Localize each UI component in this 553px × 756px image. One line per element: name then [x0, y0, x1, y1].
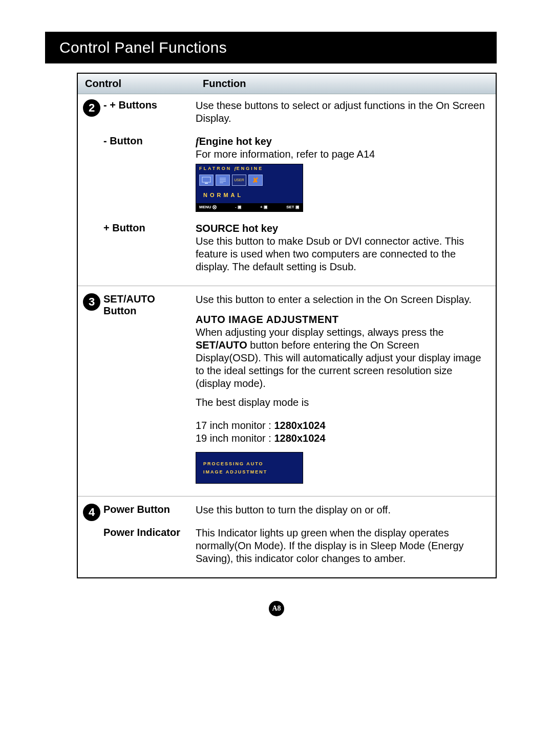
row-fengine: - Button fEngine hot key For more inform… — [78, 130, 496, 217]
osd-user-label: USER — [232, 175, 246, 186]
auto-p1a: When adjusting your display settings, al… — [196, 327, 444, 338]
fengine-engine: Engine — [199, 136, 233, 147]
fengine-f: f — [196, 136, 199, 147]
source-hotkey-desc: Use this button to make Dsub or DVI conn… — [196, 235, 464, 272]
osd-engine: ENGINE — [237, 166, 264, 171]
svg-rect-1 — [205, 183, 208, 184]
control-prefix-plus: + — [103, 222, 112, 233]
control-function-table: Control Function 2 - + Buttons Use these… — [78, 74, 496, 577]
row-power-indicator: Power Indicator This Indicator lights up… — [78, 522, 496, 570]
power-indicator-desc: This Indicator lights up green when the … — [196, 522, 496, 570]
row-number-2-icon: 2 — [83, 99, 100, 117]
osd-close-icon: ✘ — [248, 175, 263, 186]
best-mode-line: The best display mode is — [196, 396, 486, 409]
setauto-intro: Use this button to enter a selection in … — [196, 294, 472, 305]
row-number-4-icon: 4 — [83, 504, 100, 521]
processing-line2: IMAGE ADJUSTMENT — [203, 468, 297, 476]
setauto-label-l2: Button — [103, 305, 136, 316]
page-number-wrap: A8 — [0, 601, 553, 616]
power-button-label: Power Button — [103, 504, 170, 515]
osd-bottom-minus: - ▣ — [235, 205, 242, 210]
setauto-label-l1: SET/AUTO — [103, 293, 155, 305]
osd-bottom-plus: + ▣ — [260, 205, 268, 210]
osd-normal-label: NORMAL — [196, 188, 303, 203]
row-source: + Button SOURCE hot key Use this button … — [78, 217, 496, 278]
control-prefix: - + — [103, 99, 118, 111]
osd-bottom-menu: MENU ⨂ — [199, 205, 217, 210]
row-setauto: 3 SET/AUTO Button Use this button to ent… — [78, 286, 496, 489]
header-function: Function — [196, 74, 496, 94]
osd-text-icon — [216, 175, 230, 186]
osd-flatron: FLATRON — [199, 166, 231, 171]
source-hotkey-title: SOURCE hot key — [196, 223, 278, 234]
content-table-wrap: Control Function 2 - + Buttons Use these… — [77, 73, 497, 578]
page-title: Control Panel Functions — [45, 32, 497, 63]
table-header-row: Control Function — [78, 74, 496, 94]
osd-monitor-icon — [199, 175, 214, 186]
svg-rect-0 — [202, 177, 210, 182]
header-control: Control — [78, 74, 196, 94]
res17-prefix: 17 inch monitor : — [196, 420, 274, 431]
osd-processing-box: PROCESSING AUTO IMAGE ADJUSTMENT — [196, 452, 303, 484]
control-buttons-label: Buttons — [118, 99, 157, 111]
func-buttons: Use these buttons to select or adjust fu… — [196, 94, 496, 131]
page-number: A8 — [269, 601, 284, 616]
control-minus-button-label: Button — [110, 135, 142, 146]
control-prefix-minus: - — [103, 135, 110, 146]
row-buttons: 2 - + Buttons Use these buttons to selec… — [78, 94, 496, 131]
res17-value: 1280x1024 — [274, 420, 325, 431]
osd-fengine-box: FLATRON fENGINE USER ✘ NORMAL MENU ⨂ — [196, 164, 303, 212]
fengine-more-info: For more information, refer to page A14 — [196, 148, 375, 160]
row-power-button: 4 Power Button Use this button to turn t… — [78, 496, 496, 522]
power-button-desc: Use this button to turn the display on o… — [196, 496, 496, 522]
fengine-hotkey: hot key — [233, 136, 272, 147]
row-number-3-icon: 3 — [83, 293, 100, 311]
auto-bold-setauto: SET/AUTO — [196, 339, 247, 351]
res19-prefix: 19 inch monitor : — [196, 433, 274, 444]
control-plus-button-label: Button — [112, 222, 145, 233]
auto-image-header: AUTO IMAGE ADJUSTMENT — [196, 313, 486, 326]
processing-line1: PROCESSING AUTO — [203, 460, 297, 468]
res19-value: 1280x1024 — [274, 433, 325, 444]
power-indicator-label: Power Indicator — [103, 527, 180, 538]
osd-bottom-set: SET ▣ — [286, 205, 300, 210]
